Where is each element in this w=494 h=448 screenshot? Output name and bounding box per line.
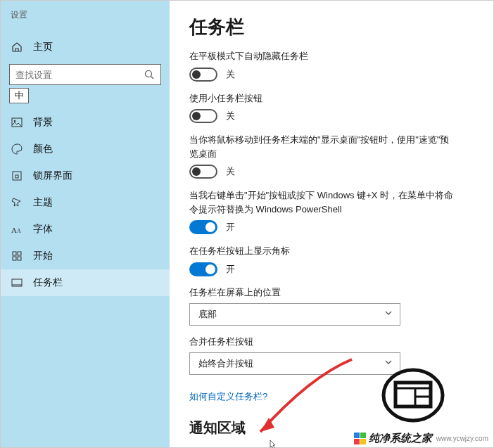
sidebar-item-lock-screen[interactable]: 锁屏界面 [1, 162, 170, 189]
watermark-brand-text: 纯净系统之家 [369, 432, 432, 445]
sidebar-item-colors[interactable]: 颜色 [1, 136, 170, 162]
sidebar: 设置 主页 中 背景 颜色 锁屏界面 [1, 1, 170, 447]
svg-point-0 [146, 71, 152, 77]
combine-label: 合并任务栏按钮 [189, 335, 457, 348]
home-nav[interactable]: 主页 [1, 34, 170, 60]
toggle-small-buttons[interactable] [189, 109, 217, 123]
home-icon [11, 41, 23, 53]
window-title: 设置 [1, 6, 170, 23]
svg-text:A: A [17, 228, 21, 234]
page-title: 任务栏 [189, 15, 472, 39]
chevron-down-icon [384, 358, 393, 369]
search-icon [144, 69, 155, 80]
setting-small-buttons: 使用小任务栏按钮 关 [189, 91, 457, 124]
setting-desc: 使用小任务栏按钮 [189, 91, 457, 105]
position-value: 底部 [198, 308, 217, 321]
toggle-peek[interactable] [189, 165, 217, 179]
svg-rect-8 [13, 252, 16, 255]
sidebar-item-taskbar[interactable]: 任务栏 [1, 269, 170, 296]
sidebar-item-label: 锁屏界面 [33, 169, 72, 182]
toggle-powershell[interactable] [189, 220, 217, 234]
toggle-badges[interactable] [189, 262, 217, 276]
setting-peek: 当你将鼠标移动到任务栏末端的"显示桌面"按钮时，使用"速览"预览桌面 关 [189, 133, 457, 179]
toggle-state-label: 开 [226, 221, 235, 233]
svg-rect-5 [15, 175, 18, 178]
svg-rect-11 [18, 257, 21, 260]
windows-logo-icon [354, 433, 366, 444]
setting-desc: 在任务栏按钮上显示角标 [189, 244, 457, 258]
home-label: 主页 [33, 41, 53, 53]
setting-tablet-hide: 在平板模式下自动隐藏任务栏 关 [189, 49, 457, 82]
toggle-state-label: 关 [226, 165, 235, 178]
search-input[interactable] [15, 70, 144, 80]
watermark-url: www.ycwjzy.com [436, 435, 488, 442]
svg-rect-9 [18, 252, 21, 255]
ime-badge[interactable]: 中 [9, 88, 29, 103]
toggle-state-label: 关 [226, 110, 235, 122]
select-taskbar-icons-link[interactable]: 选择哪些图标显示在任务栏上 [189, 446, 472, 448]
sidebar-item-label: 字体 [33, 223, 53, 236]
main-content: 任务栏 在平板模式下自动隐藏任务栏 关 使用小任务栏按钮 关 当你将鼠标移动到任… [170, 1, 493, 447]
sidebar-item-label: 背景 [33, 116, 53, 129]
setting-desc: 当你将鼠标移动到任务栏末端的"显示桌面"按钮时，使用"速览"预览桌面 [189, 133, 457, 160]
toggle-state-label: 关 [226, 68, 235, 81]
sidebar-item-label: 主题 [33, 196, 53, 209]
combine-value: 始终合并按钮 [198, 357, 253, 370]
svg-text:A: A [11, 226, 17, 234]
sidebar-item-label: 颜色 [33, 143, 53, 155]
svg-rect-4 [13, 172, 21, 180]
sidebar-item-label: 开始 [33, 250, 53, 262]
taskbar-icon [11, 276, 23, 289]
sidebar-item-label: 任务栏 [33, 276, 63, 289]
watermark-brand: 纯净系统之家 www.ycwjzy.com [354, 432, 488, 445]
svg-rect-10 [13, 257, 16, 260]
position-select[interactable]: 底部 [189, 303, 400, 326]
taskbar-position-group: 任务栏在屏幕上的位置 底部 [189, 286, 457, 326]
lock-screen-icon [11, 169, 23, 182]
sidebar-item-themes[interactable]: 主题 [1, 189, 170, 216]
toggle-state-label: 开 [226, 263, 235, 276]
palette-icon [11, 143, 23, 155]
svg-point-3 [14, 120, 16, 122]
position-label: 任务栏在屏幕上的位置 [189, 286, 457, 299]
combine-buttons-group: 合并任务栏按钮 始终合并按钮 [189, 335, 457, 375]
font-icon: AA [11, 223, 23, 236]
start-icon [11, 250, 23, 262]
search-input-wrapper[interactable] [9, 64, 161, 85]
sidebar-item-fonts[interactable]: AA 字体 [1, 216, 170, 243]
setting-powershell: 当我右键单击"开始"按钮或按下 Windows 键+X 时，在菜单中将命令提示符… [189, 188, 457, 234]
setting-badges: 在任务栏按钮上显示角标 开 [189, 244, 457, 276]
sidebar-item-background[interactable]: 背景 [1, 109, 170, 136]
image-icon [11, 116, 23, 129]
toggle-tablet-hide[interactable] [189, 68, 217, 82]
chevron-down-icon [384, 309, 393, 319]
combine-select[interactable]: 始终合并按钮 [189, 352, 400, 375]
setting-desc: 当我右键单击"开始"按钮或按下 Windows 键+X 时，在菜单中将命令提示符… [189, 188, 457, 216]
svg-line-1 [151, 77, 154, 79]
theme-icon [11, 196, 23, 209]
setting-desc: 在平板模式下自动隐藏任务栏 [189, 49, 457, 63]
sidebar-items: 背景 颜色 锁屏界面 主题 AA 字体 开始 [1, 109, 170, 296]
sidebar-item-start[interactable]: 开始 [1, 243, 170, 269]
customize-taskbar-link[interactable]: 如何自定义任务栏? [189, 390, 267, 403]
settings-app: 设置 主页 中 背景 颜色 锁屏界面 [0, 0, 494, 448]
